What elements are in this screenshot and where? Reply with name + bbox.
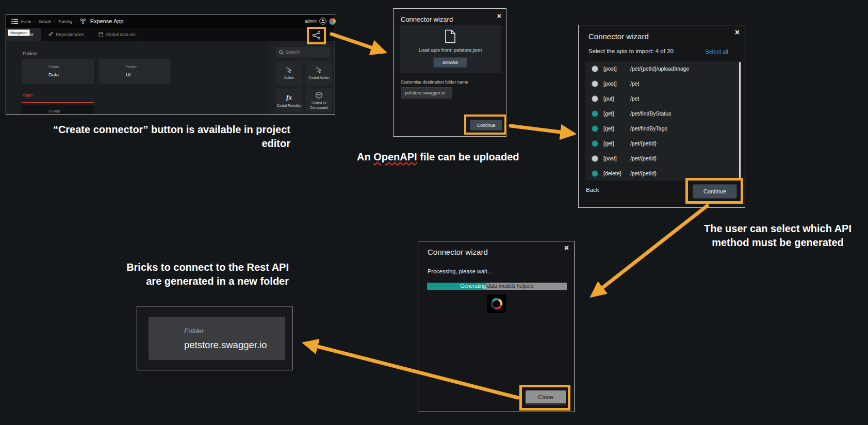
tab-dependencies[interactable]: Dependencies	[41, 28, 91, 41]
action-cursor-icon	[285, 66, 293, 74]
browse-button[interactable]: Browse	[433, 57, 467, 68]
api-row[interactable]: [get] /pet/findByTags	[585, 121, 742, 136]
destination-folder-input[interactable]	[401, 87, 452, 99]
api-select-toggle[interactable]	[592, 125, 598, 132]
link-icon	[48, 32, 53, 37]
progress-bar: Generating data models helpers Generatin…	[427, 283, 567, 290]
api-row[interactable]: [get] /pet/findByStatus	[585, 106, 742, 121]
breadcrumb-training[interactable]: Training	[58, 19, 72, 24]
continue-highlight	[685, 178, 743, 204]
screenshot-root: { "colors": { "accent_orange": "#f0a62f"…	[0, 0, 868, 425]
annotation-openapi: An OpenAPI file can be uploaded	[357, 150, 543, 164]
api-row[interactable]: [put] /pet	[585, 91, 742, 106]
coded-action-cursor-icon	[315, 66, 323, 74]
arrow-editor-to-upload	[332, 34, 383, 52]
dialog-title: Connector wizard	[401, 15, 453, 23]
database-icon	[99, 32, 103, 37]
arrow-upload-to-select	[511, 126, 572, 134]
breadcrumb-separator: ›	[54, 19, 55, 24]
api-select-toggle[interactable]	[592, 110, 598, 117]
api-select-toggle[interactable]	[592, 155, 598, 162]
close-icon[interactable]: ×	[564, 244, 569, 252]
breadcrumb-separator: ›	[75, 19, 77, 24]
fx-icon: fx	[286, 93, 292, 102]
ui-app-card[interactable]: UI App	[22, 105, 94, 115]
dialog-title: Connector wizard	[428, 248, 488, 256]
api-select-toggle[interactable]	[592, 95, 598, 102]
continue-highlight	[464, 115, 506, 135]
folder-card-ui[interactable]: Folder UI	[99, 59, 171, 84]
api-row[interactable]: [get] /pet/{petId}	[585, 136, 742, 151]
editor-body: Folders Folder Data Folder UI Apps UI Ap…	[6, 41, 335, 115]
breadcrumb-home[interactable]: Home	[21, 19, 31, 24]
result-folder-screenshot: Folder petstore.swagger.io	[137, 306, 292, 370]
folders-section-label: Folders	[23, 51, 37, 56]
annotation-create-connector: “Create connector” button is available i…	[32, 123, 290, 151]
tab-global-data-set[interactable]: Global data set	[91, 28, 143, 41]
annotation-bricks: Bricks to connect to the Rest API are ge…	[111, 260, 289, 288]
apps-section-label: Apps	[23, 92, 32, 97]
navigation-tooltip: Navigation	[8, 29, 30, 36]
file-icon	[445, 29, 456, 43]
close-icon[interactable]: ×	[735, 28, 740, 37]
close-icon[interactable]: ×	[497, 12, 501, 20]
search-box[interactable]	[276, 47, 330, 57]
annotation-select-method: The user can select which API method mus…	[695, 222, 860, 250]
editor-header: Home › Default › Training › Expense App …	[6, 14, 335, 28]
api-row[interactable]: [post] /pet/{petId}/uploadImage	[585, 61, 742, 76]
close-highlight	[519, 385, 570, 411]
app-icon	[80, 18, 86, 24]
generated-folder-card[interactable]: Folder petstore.swagger.io	[149, 317, 285, 360]
apps-divider	[22, 102, 94, 103]
breadcrumb-default[interactable]: Default	[39, 19, 51, 24]
api-select-toggle[interactable]	[592, 140, 598, 147]
editor-tab-bar: Folder Dependencies Global data set	[6, 28, 335, 41]
openapi-misspelled-word: OpenAPI	[373, 151, 417, 162]
api-select-toggle[interactable]	[592, 66, 598, 72]
breadcrumb-separator: ›	[34, 19, 36, 24]
create-action-button[interactable]: Action	[276, 61, 302, 85]
project-editor-window: Home › Default › Training › Expense App …	[6, 14, 335, 115]
search-input[interactable]	[286, 50, 322, 55]
api-row[interactable]: [post] /pet/{petId}	[585, 151, 742, 166]
create-coded-function-button[interactable]: fx Coded Function	[276, 89, 302, 112]
arrow-select-to-processing	[593, 206, 707, 295]
navigation-menu-icon[interactable]	[11, 19, 18, 24]
destination-folder-label: Customise destination folder name	[401, 79, 468, 85]
file-dropzone[interactable]: Load apis from: petstore.json Browse	[400, 25, 501, 73]
create-connector-share-icon[interactable]	[312, 31, 321, 40]
select-all-link[interactable]: Select all	[705, 48, 728, 55]
api-row[interactable]: [post] /pet	[585, 76, 742, 91]
spinner-icon	[487, 295, 506, 313]
folder-card-data[interactable]: Folder Data	[22, 59, 94, 84]
cube-icon	[315, 91, 323, 99]
api-select-toggle[interactable]	[592, 170, 598, 177]
search-icon	[279, 50, 284, 55]
user-name: admin	[305, 19, 317, 24]
api-list: [post] /pet/{petId}/uploadImage [post] /…	[585, 61, 742, 181]
load-apis-text: Load apis from: petstore.json	[400, 47, 501, 53]
processing-status-text: Processing, please wait...	[428, 268, 492, 274]
page-title: Expense App	[90, 18, 124, 24]
dialog-title: Connector wizard	[588, 32, 649, 41]
select-apis-subtitle: Select the apis to import: 4 of 20	[588, 48, 674, 54]
progress-fill: Generating data models helpers	[427, 283, 486, 290]
list-scrollbar[interactable]	[739, 62, 741, 181]
avatar-icon[interactable]	[319, 18, 326, 25]
create-coded-action-button[interactable]: Coded Action	[306, 61, 332, 85]
api-select-toggle[interactable]	[592, 80, 598, 87]
brand-color-wheel-icon[interactable]	[329, 18, 336, 25]
create-coded-ui-component-button[interactable]: Coded UI Component	[306, 89, 332, 112]
editor-right-sidebar: Action Coded Action fx Coded Function	[268, 41, 335, 115]
back-button[interactable]: Back	[586, 187, 599, 193]
